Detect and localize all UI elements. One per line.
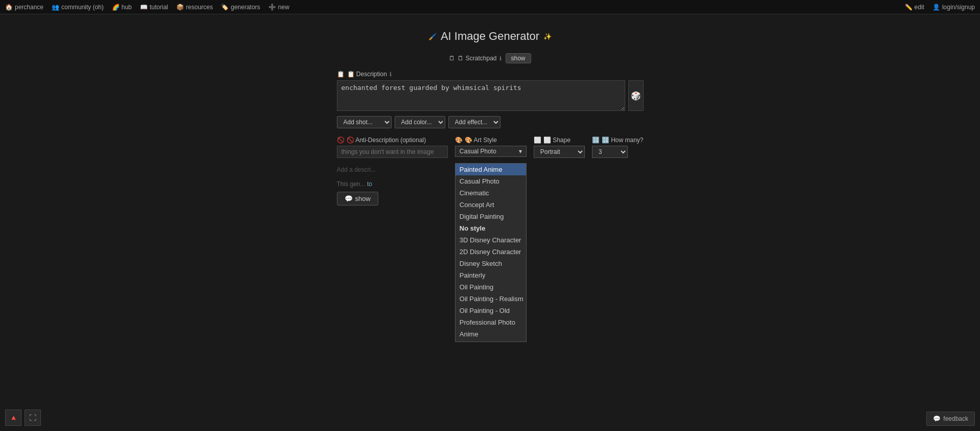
generators-icon: 🏷️ xyxy=(221,4,229,11)
resources-icon: 📦 xyxy=(176,4,184,11)
hub-icon: 🌈 xyxy=(112,4,120,11)
scratchpad-show-button[interactable]: show xyxy=(506,53,531,63)
dropdown-option-casual-photo[interactable]: Casual Photo xyxy=(455,175,526,187)
add-buttons-row: Add shot... Close-up Wide shot Medium sh… xyxy=(337,116,644,128)
scratchpad-info-icon: ℹ xyxy=(499,55,502,62)
how-many-label: 🔢 🔢 How many? xyxy=(592,137,644,144)
nav-hub[interactable]: 🌈 hub xyxy=(112,4,132,11)
scratchpad-icon: 🗒 xyxy=(449,55,455,62)
anti-description-section: 🚫 🚫 Anti-Description (optional) xyxy=(337,137,448,158)
how-many-select[interactable]: 1 2 3 4 5 6 xyxy=(592,146,628,158)
art-style-section: 🎨 🎨 Art Style Casual Photo ▾ Painted Ani… xyxy=(455,137,527,157)
nav-generators[interactable]: 🏷️ generators xyxy=(221,4,260,11)
add-color-select[interactable]: Add color... Warm Cool Vivid xyxy=(395,116,445,128)
dropdown-option-oil-painting[interactable]: Oil Painting xyxy=(455,281,526,293)
add-shot-select[interactable]: Add shot... Close-up Wide shot Medium sh… xyxy=(337,116,392,128)
page-title-area: 🖌️ AI Image Generator ✨ xyxy=(428,30,552,43)
page-title: AI Image Generator xyxy=(441,30,539,43)
gen-note-link[interactable]: to xyxy=(367,180,372,188)
description-area: 📋 📋 Description ℹ enchanted forest guard… xyxy=(337,71,644,111)
anti-description-label: 🚫 🚫 Anti-Description (optional) xyxy=(337,137,448,144)
scratchpad-label: 🗒 🗒 Scratchpad ℹ xyxy=(449,55,501,62)
dice-icon: 🎲 xyxy=(631,91,641,101)
bottom-left-buttons: 🔺 ⛶ xyxy=(5,410,41,426)
art-style-icon: 🎨 xyxy=(455,137,463,144)
dropdown-option-cute-anime[interactable]: Cute Anime xyxy=(455,340,526,342)
fullscreen-icon: ⛶ xyxy=(29,414,36,422)
nav-new[interactable]: ➕ new xyxy=(268,4,289,11)
shape-icon: ⬜ xyxy=(534,137,541,144)
anti-description-input[interactable] xyxy=(337,146,448,158)
description-input[interactable]: enchanted forest guarded by whimsical sp… xyxy=(337,80,625,111)
up-icon: 🔺 xyxy=(9,414,18,422)
nav-login[interactable]: 👤 login/signup xyxy=(932,4,975,11)
art-style-label: 🎨 🎨 Art Style xyxy=(455,137,527,144)
sparkle-icon: ✨ xyxy=(543,33,552,40)
scratchpad-row: 🗒 🗒 Scratchpad ℹ show xyxy=(449,53,531,63)
dropdown-option-painted-anime[interactable]: Painted Anime xyxy=(455,164,526,175)
dropdown-option-professional-photo[interactable]: Professional Photo xyxy=(455,316,526,328)
dropdown-option-no-style[interactable]: No style xyxy=(455,222,526,234)
dice-button[interactable]: 🎲 xyxy=(628,80,644,111)
add-desc-hint: Add a descri... xyxy=(337,166,376,173)
dropdown-option-concept-art[interactable]: Concept Art xyxy=(455,199,526,211)
how-many-section: 🔢 🔢 How many? 1 2 3 4 5 6 xyxy=(592,137,644,158)
new-icon: ➕ xyxy=(268,4,276,11)
nav-perchance[interactable]: 🏠 perchance xyxy=(5,4,43,11)
dropdown-option-2d-disney[interactable]: 2D Disney Character xyxy=(455,246,526,258)
dropdown-option-disney-sketch[interactable]: Disney Sketch xyxy=(455,258,526,269)
nav-edit[interactable]: ✏️ edit xyxy=(905,4,924,11)
chat-icon: 💬 xyxy=(345,195,353,202)
perchance-icon: 🏠 xyxy=(5,4,13,11)
feedback-button[interactable]: 💬 feedback xyxy=(926,412,975,426)
shape-section: ⬜ ⬜ Shape Square Portrait Landscape Wide xyxy=(534,137,585,158)
shape-select[interactable]: Square Portrait Landscape Wide xyxy=(534,146,585,158)
top-navigation: 🏠 perchance 👥 community (oh) 🌈 hub 📖 tut… xyxy=(0,0,980,14)
dropdown-option-cinematic[interactable]: Cinematic xyxy=(455,187,526,199)
shape-label: ⬜ ⬜ Shape xyxy=(534,137,585,144)
user-icon: 👤 xyxy=(932,4,940,11)
dropdown-option-oil-painting-realism[interactable]: Oil Painting - Realism xyxy=(455,293,526,305)
nav-community[interactable]: 👥 community (oh) xyxy=(52,4,104,11)
community-icon: 👥 xyxy=(52,4,59,11)
dropdown-option-digital-painting[interactable]: Digital Painting xyxy=(455,211,526,222)
how-many-icon: 🔢 xyxy=(592,137,600,144)
tutorial-icon: 📖 xyxy=(140,4,148,11)
anti-desc-icon: 🚫 xyxy=(337,137,345,144)
feedback-icon: 💬 xyxy=(933,415,941,422)
description-wrapper: enchanted forest guarded by whimsical sp… xyxy=(337,80,644,111)
edit-icon: ✏️ xyxy=(905,4,913,11)
top-nav-right: ✏️ edit 👤 login/signup xyxy=(905,4,975,11)
generate-show-button[interactable]: 💬 show xyxy=(337,192,378,206)
fullscreen-button[interactable]: ⛶ xyxy=(25,410,41,426)
dropdown-option-painterly[interactable]: Painterly xyxy=(455,269,526,281)
nav-resources[interactable]: 📦 resources xyxy=(176,4,213,11)
add-effect-select[interactable]: Add effect... Blur Vignette Grain xyxy=(448,116,500,128)
paint-icon: 🖌️ xyxy=(428,33,437,40)
chevron-down-icon: ▾ xyxy=(519,148,522,155)
nav-tutorial[interactable]: 📖 tutorial xyxy=(140,4,168,11)
dropdown-option-anime[interactable]: Anime xyxy=(455,328,526,340)
art-style-dropdown: Painted Anime Casual Photo Cinematic Con… xyxy=(455,163,527,342)
main-content: 🖌️ AI Image Generator ✨ 🗒 🗒 Scratchpad ℹ… xyxy=(0,14,980,217)
description-info-icon: ℹ xyxy=(390,71,392,78)
description-icon: 📋 xyxy=(337,71,345,78)
up-button[interactable]: 🔺 xyxy=(5,410,21,426)
dropdown-option-3d-disney[interactable]: 3D Disney Character xyxy=(455,234,526,246)
art-style-select-trigger[interactable]: Casual Photo ▾ xyxy=(455,146,527,157)
dropdown-option-oil-painting-old[interactable]: Oil Painting - Old xyxy=(455,305,526,316)
controls-row: 🚫 🚫 Anti-Description (optional) 🎨 🎨 Art … xyxy=(337,137,644,158)
description-label: 📋 📋 Description ℹ xyxy=(337,71,644,78)
